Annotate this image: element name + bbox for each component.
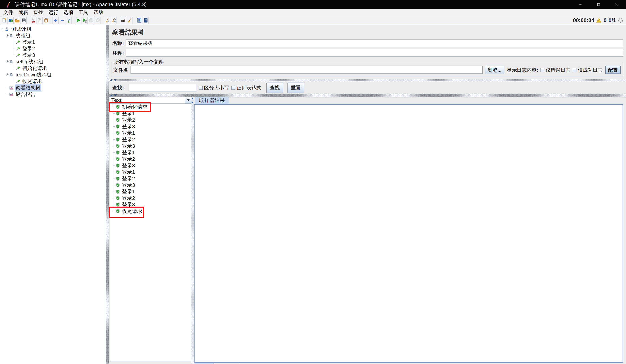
result-tree-item[interactable]: 登录3	[110, 123, 191, 130]
toolbar-templates-button[interactable]	[7, 17, 14, 24]
toolbar-open-button[interactable]	[14, 17, 20, 24]
test-plan-tree-item[interactable]: 测试计划	[0, 26, 106, 32]
renderer-combobox[interactable]: Text	[110, 97, 191, 104]
toolbar-search-button[interactable]	[120, 17, 126, 24]
toolbar-stop-button[interactable]	[88, 17, 94, 24]
case-sensitive-checkbox[interactable]: 区分大小写	[199, 84, 229, 91]
result-tree-item[interactable]: 登录3	[110, 182, 191, 188]
comment-row: 注释:	[112, 49, 623, 57]
menu-item[interactable]: 查找	[31, 9, 46, 16]
toolbar-shutdown-button[interactable]	[95, 17, 101, 24]
toolbar-start-button[interactable]	[75, 17, 81, 24]
menu-item[interactable]: 选项	[61, 9, 76, 16]
case-sensitive-label: 区分大小写	[204, 84, 229, 91]
tree-expand-handle[interactable]	[6, 74, 8, 76]
tab-raw[interactable]: Raw	[195, 363, 213, 364]
test-plan-tree-item[interactable]: 线程组	[0, 32, 106, 39]
errors-only-checkbox[interactable]: 仅错误日志	[541, 67, 570, 73]
toolbar-cut-button[interactable]	[30, 17, 36, 24]
toolbar-clear-all-button[interactable]	[111, 17, 117, 24]
results-area: Text 初始化请求	[109, 97, 626, 364]
result-tree-item[interactable]: 登录1	[110, 130, 191, 136]
checkbox-icon	[541, 68, 544, 72]
filename-input[interactable]	[130, 66, 483, 74]
search-input[interactable]	[129, 84, 196, 91]
results-vertical-splitter[interactable]	[191, 97, 194, 364]
toolbar-collapse-all-button[interactable]	[59, 17, 65, 24]
test-plan-tree-item[interactable]: setUp线程组	[0, 58, 106, 65]
results-splitter[interactable]	[109, 94, 626, 97]
test-plan-tree-item[interactable]: 聚合报告	[0, 91, 106, 98]
tree-item-label: 登录2	[22, 45, 36, 52]
test-plan-tree-item[interactable]: 察看结果树	[0, 84, 106, 91]
toolbar-start-no-pauses-button[interactable]	[81, 17, 88, 24]
main-splitter[interactable]	[106, 25, 109, 364]
tree-expand-handle[interactable]	[6, 60, 8, 63]
tab-sampler-result[interactable]: 取样器结果	[195, 96, 229, 104]
result-tree-item[interactable]: 登录1	[110, 169, 191, 175]
splitter-one-touch[interactable]	[110, 79, 117, 81]
toolbar-paste-button[interactable]	[43, 17, 49, 24]
menu-item[interactable]: 文件	[1, 9, 16, 16]
test-plan-tree-item[interactable]: 收尾请求	[0, 78, 106, 84]
find-button[interactable]: 查找	[266, 82, 283, 93]
configure-button[interactable]: 配置	[605, 66, 621, 74]
toolbar-function-helper-button[interactable]	[136, 17, 142, 24]
reset-button[interactable]: 重置	[287, 82, 304, 93]
test-plan-tree-item[interactable]: 登录2	[0, 45, 106, 52]
comment-input[interactable]	[126, 49, 623, 57]
name-input[interactable]	[126, 39, 623, 47]
test-plan-tree-item[interactable]: 登录1	[0, 39, 106, 45]
search-panel: 查找: 区分大小写 正则表达式 查找 重置	[109, 81, 626, 94]
warning-triangle-icon[interactable]	[596, 18, 601, 23]
tree-expand-handle[interactable]	[1, 28, 3, 30]
success-only-checkbox[interactable]: 仅成功日志	[573, 67, 602, 73]
browse-button[interactable]: 浏览...	[485, 66, 504, 74]
test-plan-tree-item[interactable]: 初始化请求	[0, 65, 106, 72]
toolbar-new-button[interactable]	[1, 17, 7, 24]
toolbar-save-button[interactable]	[21, 17, 27, 24]
toolbar-toggle-button[interactable]	[66, 17, 72, 24]
test-plan-tree-item[interactable]: 登录3	[0, 52, 106, 58]
toolbar-copy-button[interactable]	[37, 17, 43, 24]
menu-item[interactable]: 帮助	[91, 9, 106, 16]
minimize-button[interactable]	[571, 0, 589, 9]
maximize-button[interactable]	[589, 0, 608, 9]
result-tree-item[interactable]: 登录1	[110, 110, 191, 117]
paste-icon	[44, 18, 49, 23]
toolbar-clear-button[interactable]	[104, 17, 110, 24]
window-controls	[571, 0, 626, 9]
splitter-one-touch[interactable]	[192, 97, 193, 104]
result-tree-item[interactable]: 登录2	[110, 136, 191, 143]
result-tree-item[interactable]: 收尾请求	[110, 208, 191, 214]
toolbar-help-button[interactable]	[143, 17, 149, 24]
menu-item[interactable]: 编辑	[16, 9, 31, 16]
result-tree-item[interactable]: 登录2	[110, 156, 191, 162]
tab-parsed[interactable]: Parsed	[214, 363, 239, 364]
test-plan-tree-item[interactable]: tearDown线程组	[0, 72, 106, 78]
save-icon	[21, 18, 26, 23]
toolbar-search-reset-button[interactable]	[127, 17, 133, 24]
search-splitter[interactable]	[109, 79, 626, 81]
result-tree-item[interactable]: 登录3	[110, 143, 191, 149]
thread-group-icon	[9, 60, 13, 64]
regex-checkbox[interactable]: 正则表达式	[232, 84, 261, 91]
menu-item[interactable]: 运行	[46, 9, 61, 16]
combobox-arrow-button[interactable]	[185, 97, 191, 104]
tree-expand-handle[interactable]	[6, 34, 8, 37]
splitter-one-touch[interactable]	[110, 94, 117, 96]
result-tree-item[interactable]: 登录2	[110, 175, 191, 182]
new-file-icon	[1, 18, 7, 23]
result-tree-item[interactable]: 登录1	[110, 149, 191, 156]
result-tree-item[interactable]: 登录3	[110, 202, 191, 208]
menu-item[interactable]: 工具	[76, 9, 91, 16]
sampler-result-content[interactable]	[194, 105, 623, 363]
toolbar-expand-all-button[interactable]	[52, 17, 59, 24]
result-tree-item[interactable]: 初始化请求	[110, 104, 191, 110]
result-tree-item[interactable]: 登录2	[110, 195, 191, 202]
close-button[interactable]	[608, 0, 626, 9]
result-tree-item[interactable]: 登录3	[110, 162, 191, 169]
scroll-automatically-checkbox[interactable]: Scroll automatically?	[111, 363, 168, 364]
result-tree-item[interactable]: 登录1	[110, 188, 191, 195]
result-tree-item[interactable]: 登录2	[110, 117, 191, 123]
